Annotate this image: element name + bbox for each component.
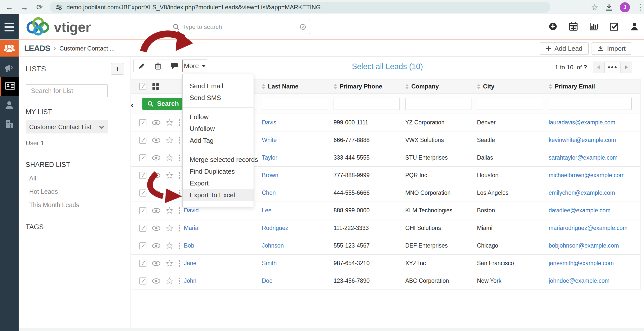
menu-item-find-duplicates[interactable]: Find Duplicates	[183, 166, 254, 177]
row-actions-kebab-icon[interactable]	[179, 137, 180, 144]
vtiger-logo[interactable]: vtiger	[24, 16, 91, 37]
table-row[interactable]: Maria Rodriguez 111-222-3333 GHI Solutio…	[131, 219, 640, 237]
primary-email-link[interactable]: sarahtaylor@example.com	[549, 154, 618, 161]
last-name-link[interactable]: Rodriguez	[262, 225, 288, 231]
table-search-button[interactable]: Search	[142, 98, 184, 110]
import-button[interactable]: Import	[591, 42, 632, 55]
column-header-last-name[interactable]: Last Name	[262, 83, 334, 90]
primary-email-link[interactable]: davidlee@example.com	[549, 207, 611, 214]
browser-forward-icon[interactable]: →	[19, 2, 30, 13]
browser-back-icon[interactable]: ←	[4, 2, 15, 13]
list-item-this-month-leads[interactable]: This Month Leads	[29, 201, 131, 209]
preview-eye-icon[interactable]	[152, 155, 160, 161]
row-checkbox[interactable]	[139, 137, 146, 144]
row-actions-kebab-icon[interactable]	[179, 207, 180, 214]
row-checkbox[interactable]	[139, 172, 146, 179]
last-name-link[interactable]: Doe	[262, 277, 272, 284]
sort-icon[interactable]	[262, 84, 265, 89]
rail-organizations-building-icon[interactable]	[0, 114, 19, 133]
preview-eye-icon[interactable]	[152, 261, 160, 266]
table-row[interactable]: John Doe 123-456-7890 ABC Corporation Ne…	[131, 272, 640, 290]
row-checkbox[interactable]	[139, 207, 146, 214]
menu-item-follow[interactable]: Follow	[183, 111, 254, 123]
filter-company-input[interactable]	[405, 98, 471, 110]
browser-url-bar[interactable]: demo.joobilant.com/JBExportXLS_V8/index.…	[50, 2, 550, 13]
pagination-next-button[interactable]	[620, 62, 632, 73]
star-icon[interactable]	[166, 207, 173, 214]
browser-profile-avatar[interactable]: J	[620, 2, 630, 12]
list-item-all[interactable]: All	[29, 175, 131, 182]
downloads-icon[interactable]	[605, 3, 613, 12]
sort-icon[interactable]	[549, 84, 552, 89]
row-checkbox[interactable]	[139, 277, 146, 285]
sidebar-collapse-icon[interactable]: ‹	[131, 100, 134, 110]
last-name-link[interactable]: Davis	[262, 119, 276, 126]
global-search-box[interactable]	[169, 20, 310, 34]
last-name-link[interactable]: Taylor	[262, 154, 277, 161]
rail-person-icon[interactable]	[0, 96, 19, 114]
menu-item-export[interactable]: Export	[183, 177, 254, 189]
pagination-prev-button[interactable]	[593, 62, 604, 73]
last-name-link[interactable]: Chen	[262, 190, 276, 196]
primary-email-link[interactable]: kevinwhite@example.com	[549, 137, 616, 143]
menu-item-send-sms[interactable]: Send SMS	[183, 92, 254, 104]
tasks-check-icon[interactable]	[609, 21, 619, 31]
first-name-link[interactable]: David	[184, 207, 199, 214]
menu-item-unfollow[interactable]: Unfollow	[183, 123, 254, 135]
filter-city-input[interactable]	[477, 98, 543, 110]
breadcrumb-module[interactable]: LEADS	[24, 44, 50, 53]
select-all-checkbox[interactable]	[139, 83, 146, 90]
primary-email-link[interactable]: michaelbrown@example.com	[549, 172, 625, 178]
last-name-link[interactable]: Lee	[262, 207, 271, 214]
calendar-icon[interactable]	[568, 21, 578, 31]
last-name-link[interactable]: Johnson	[262, 242, 284, 249]
last-name-link[interactable]: Smith	[262, 260, 277, 266]
row-actions-kebab-icon[interactable]	[179, 190, 180, 196]
row-actions-kebab-icon[interactable]	[179, 278, 180, 284]
list-item-customer-contact-list[interactable]: Customer Contact List	[26, 120, 108, 133]
row-checkbox[interactable]	[139, 225, 146, 232]
hamburger-menu-icon[interactable]	[0, 14, 19, 39]
preview-eye-icon[interactable]	[152, 173, 160, 178]
filter-primary-email-input[interactable]	[549, 98, 632, 110]
list-search-input[interactable]	[26, 84, 108, 97]
rail-campaigns-megaphone-icon[interactable]	[0, 59, 19, 77]
star-icon[interactable]	[166, 119, 173, 126]
bookmark-star-icon[interactable]: ☆	[591, 3, 598, 12]
column-header-primary-phone[interactable]: Primary Phone	[334, 83, 405, 90]
primary-email-link[interactable]: janesmith@example.com	[549, 260, 614, 266]
sort-icon[interactable]	[405, 84, 409, 89]
row-checkbox[interactable]	[139, 119, 146, 126]
last-name-link[interactable]: Brown	[262, 172, 278, 178]
primary-email-link[interactable]: johndoe@example.com	[549, 277, 610, 284]
reports-chart-icon[interactable]	[589, 21, 599, 31]
filter-primary-phone-input[interactable]	[334, 98, 400, 110]
primary-email-link[interactable]: bobjohnson@example.com	[549, 242, 619, 249]
leads-module-tile[interactable]	[0, 40, 19, 57]
table-row[interactable]: Jane Smith 987-654-3210 XYZ Inc San Fran…	[131, 255, 640, 272]
browser-reload-icon[interactable]: ⟳	[34, 2, 45, 13]
menu-item-export-to-excel[interactable]: Export To Excel	[183, 189, 254, 201]
last-name-link[interactable]: White	[262, 137, 277, 143]
rail-contacts-card-icon[interactable]	[0, 77, 19, 96]
first-name-link[interactable]: Jane	[184, 260, 196, 266]
filter-last-name-input[interactable]	[262, 98, 328, 110]
menu-item-send-email[interactable]: Send Email	[183, 80, 254, 92]
user-profile-icon[interactable]	[629, 21, 639, 31]
breadcrumb-view-name[interactable]: Customer Contact ...	[59, 45, 115, 52]
row-checkbox[interactable]	[139, 242, 146, 249]
star-icon[interactable]	[166, 260, 173, 267]
table-row[interactable]: Bob Johnson 555-123-4567 DEF Enterprises…	[131, 237, 640, 255]
row-checkbox[interactable]	[139, 190, 146, 197]
add-list-button[interactable]: +	[111, 63, 124, 75]
star-icon[interactable]	[166, 277, 173, 284]
list-item-hot-leads[interactable]: Hot Leads	[29, 188, 131, 195]
column-header-company[interactable]: Company	[405, 83, 477, 90]
sort-icon[interactable]	[334, 84, 337, 89]
sort-icon[interactable]	[477, 84, 480, 89]
row-actions-kebab-icon[interactable]	[179, 172, 180, 179]
menu-item-merge-selected-records[interactable]: Merge selected records	[183, 154, 254, 166]
preview-eye-icon[interactable]	[152, 225, 160, 231]
row-actions-kebab-icon[interactable]	[179, 225, 180, 231]
preview-eye-icon[interactable]	[152, 278, 160, 284]
